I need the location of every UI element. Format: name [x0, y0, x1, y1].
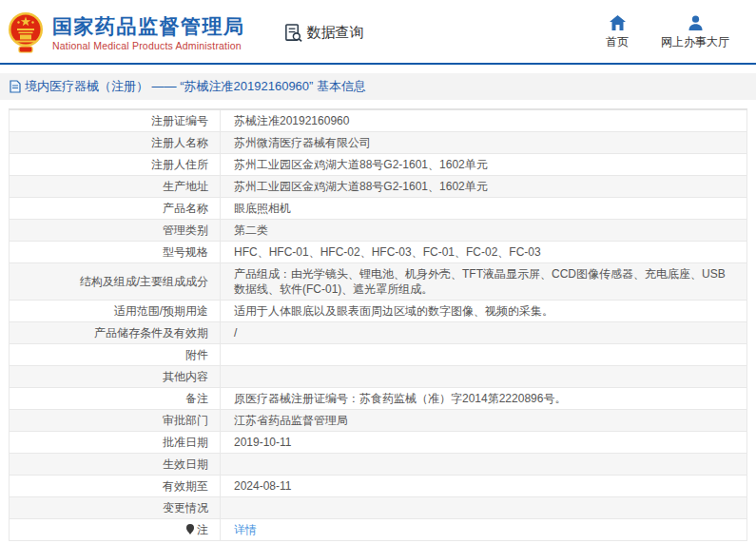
- row-value: 苏州工业园区金鸡湖大道88号G2-1601、1602单元: [221, 176, 747, 198]
- data-query-icon: [283, 23, 303, 43]
- nav-service-hall[interactable]: 网上办事大厅: [661, 15, 729, 50]
- row-value: 江苏省药品监督管理局: [221, 410, 747, 432]
- row-value: 2024-08-11: [221, 476, 747, 497]
- table-row: 管理类别第二类: [10, 220, 747, 242]
- row-label: 有效期至: [10, 476, 221, 497]
- table-row: 有效期至2024-08-11: [10, 476, 747, 497]
- data-query-menu[interactable]: 数据查询: [283, 23, 364, 43]
- table-row: 备注原医疗器械注册证编号：苏食药监械（准）字2014第2220896号。: [10, 388, 747, 410]
- table-row: 生效日期: [10, 454, 747, 476]
- registration-info-table: 注册证编号苏械注准20192160960注册人名称苏州微清医疗器械有限公司注册人…: [9, 108, 747, 541]
- page-title-bar: 境内医疗器械（注册） —— “苏械注准20192160960” 基本信息: [0, 73, 756, 100]
- table-row: 审批部门江苏省药品监督管理局: [10, 410, 747, 432]
- row-value: [221, 454, 747, 476]
- brand[interactable]: 国家药品监督管理局 National Medical Products Admi…: [52, 14, 245, 51]
- row-value: 产品组成：由光学镜头、锂电池、机身外壳、TFT液晶显示屏、CCD图像传感器、充电…: [221, 263, 747, 301]
- table-row: 结构及组成/主要组成成分产品组成：由光学镜头、锂电池、机身外壳、TFT液晶显示屏…: [10, 263, 747, 301]
- row-label: 结构及组成/主要组成成分: [10, 263, 221, 301]
- row-label: 变更情况: [10, 497, 221, 519]
- header-nav: 首页 网上办事大厅: [606, 15, 729, 50]
- table-row: 产品储存条件及有效期/: [10, 322, 747, 344]
- row-label: 产品储存条件及有效期: [10, 322, 221, 344]
- row-value: 苏械注准20192160960: [221, 109, 747, 132]
- row-value: 苏州工业园区金鸡湖大道88号G2-1601、1602单元: [221, 154, 747, 176]
- org-name: 国家药品监督管理局: [52, 14, 245, 38]
- row-label: 型号规格: [10, 242, 221, 263]
- note-pin-icon: [185, 524, 194, 534]
- row-label: 生效日期: [10, 454, 221, 476]
- row-label: 注: [10, 519, 221, 541]
- data-query-label: 数据查询: [307, 24, 364, 42]
- row-value: /: [221, 322, 747, 344]
- row-label: 注册证编号: [10, 109, 221, 132]
- page-title: 境内医疗器械（注册） —— “苏械注准20192160960” 基本信息: [25, 78, 366, 95]
- row-label: 附件: [10, 344, 221, 366]
- table-row: 生产地址苏州工业园区金鸡湖大道88号G2-1601、1602单元: [10, 176, 747, 198]
- row-label: 备注: [10, 388, 221, 410]
- table-row: 注详情: [10, 519, 747, 541]
- row-value: [221, 344, 747, 366]
- user-icon: [688, 15, 704, 30]
- org-name-english: National Medical Products Administration: [52, 40, 245, 51]
- row-value: [221, 497, 747, 519]
- table-row: 注册人名称苏州微清医疗器械有限公司: [10, 132, 747, 154]
- row-label: 注册人名称: [10, 132, 221, 154]
- row-value: 详情: [221, 519, 747, 541]
- row-value: 原医疗器械注册证编号：苏食药监械（准）字2014第2220896号。: [221, 388, 747, 410]
- table-row: 附件: [10, 344, 747, 366]
- row-label: 适用范围/预期用途: [10, 301, 221, 322]
- row-label: 其他内容: [10, 366, 221, 388]
- row-value: [221, 366, 747, 388]
- info-table-body: 注册证编号苏械注准20192160960注册人名称苏州微清医疗器械有限公司注册人…: [10, 109, 747, 541]
- row-label: 生产地址: [10, 176, 221, 198]
- table-row: 适用范围/预期用途适用于人体眼底以及眼表面周边区域的数字图像、视频的采集。: [10, 301, 747, 322]
- table-row: 型号规格HFC、HFC-01、HFC-02、HFC-03、FC-01、FC-02…: [10, 242, 747, 263]
- row-value: 2019-10-11: [221, 432, 747, 454]
- table-row: 其他内容: [10, 366, 747, 388]
- row-value: 适用于人体眼底以及眼表面周边区域的数字图像、视频的采集。: [221, 301, 747, 322]
- detail-link[interactable]: 详情: [234, 523, 257, 536]
- row-label: 产品名称: [10, 198, 221, 220]
- row-label: 注册人住所: [10, 154, 221, 176]
- home-icon: [610, 15, 626, 30]
- nav-service-hall-label: 网上办事大厅: [661, 34, 729, 50]
- nav-home-label: 首页: [606, 34, 629, 50]
- row-label: 审批部门: [10, 410, 221, 432]
- row-value: HFC、HFC-01、HFC-02、HFC-03、FC-01、FC-02、FC-…: [221, 242, 747, 263]
- table-row: 批准日期2019-10-11: [10, 432, 747, 454]
- table-row: 注册证编号苏械注准20192160960: [10, 109, 747, 132]
- page-header: 国家药品监督管理局 National Medical Products Admi…: [0, 0, 756, 65]
- row-label: 批准日期: [10, 432, 221, 454]
- row-value: 眼底照相机: [221, 198, 747, 220]
- row-value: 第二类: [221, 220, 747, 242]
- table-row: 变更情况: [10, 497, 747, 519]
- nav-home[interactable]: 首页: [606, 15, 629, 50]
- table-row: 产品名称眼底照相机: [10, 198, 747, 220]
- row-label: 管理类别: [10, 220, 221, 242]
- national-emblem-icon: [8, 10, 44, 54]
- table-row: 注册人住所苏州工业园区金鸡湖大道88号G2-1601、1602单元: [10, 154, 747, 176]
- document-icon: [10, 80, 21, 93]
- row-value: 苏州微清医疗器械有限公司: [221, 132, 747, 154]
